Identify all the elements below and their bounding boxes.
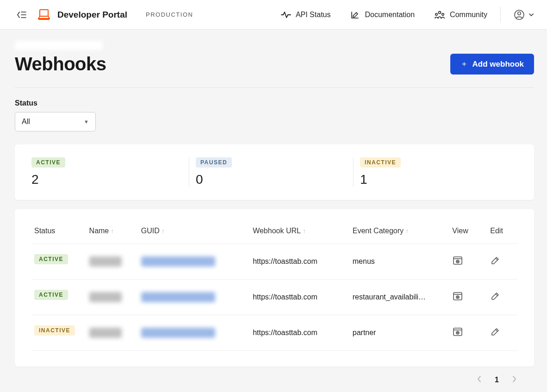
status-badge: INACTIVE [34, 325, 75, 336]
status-filter: Status All ▼ [15, 99, 534, 131]
breadcrumb-redacted [15, 41, 103, 50]
pencil-icon [490, 255, 500, 268]
status-badge: ACTIVE [31, 157, 65, 168]
community-icon [434, 10, 445, 19]
view-icon [452, 255, 463, 268]
laptop-icon [37, 9, 51, 21]
svg-point-5 [439, 11, 441, 13]
col-header-url[interactable]: Webhook URL↑ [250, 218, 350, 244]
nav-community[interactable]: Community [434, 10, 487, 19]
col-header-category[interactable]: Event Category↑ [350, 218, 450, 244]
pencil-icon [490, 291, 500, 303]
svg-line-24 [496, 330, 497, 331]
name-redacted [89, 292, 122, 302]
summary-paused-count: 0 [196, 172, 353, 187]
document-edit-icon [350, 10, 360, 19]
view-icon [452, 327, 463, 339]
svg-point-9 [518, 12, 521, 14]
user-menu[interactable] [514, 9, 534, 20]
name-redacted [89, 328, 122, 338]
status-filter-value: All [22, 118, 30, 126]
view-button[interactable] [452, 255, 463, 268]
summary-card: ACTIVE 2 PAUSED 0 INACTIVE 1 [15, 144, 534, 200]
col-header-guid[interactable]: GUID↑ [138, 218, 250, 244]
status-badge: PAUSED [196, 157, 232, 168]
summary-active-count: 2 [31, 172, 189, 187]
plus-icon: ＋ [460, 59, 468, 69]
table-row: ACTIVE https://toasttab.com menus [31, 244, 517, 280]
svg-point-13 [457, 261, 458, 262]
sort-arrow-icon: ↑ [303, 227, 306, 235]
col-header-view: View [449, 218, 487, 244]
event-category: menus [353, 257, 436, 266]
event-category: partner [353, 329, 436, 337]
caret-down-icon: ▼ [84, 119, 89, 124]
nav-documentation[interactable]: Documentation [350, 10, 415, 19]
chevron-down-icon [528, 13, 534, 17]
top-nav: Developer Portal PRODUCTION API Status D… [0, 0, 547, 30]
edit-button[interactable] [490, 255, 500, 268]
nav-community-label: Community [450, 11, 487, 19]
guid-redacted [141, 328, 215, 338]
svg-point-6 [435, 13, 437, 15]
name-redacted [89, 256, 122, 267]
sort-arrow-icon: ↑ [111, 227, 114, 235]
svg-point-18 [457, 297, 458, 298]
nav-api-status[interactable]: API Status [281, 11, 331, 19]
add-webhook-label: Add webhook [472, 60, 524, 69]
page-content: Webhooks ＋ Add webhook Status All ▼ ACTI… [0, 30, 547, 385]
webhook-url: https://toasttab.com [250, 315, 350, 351]
pagination-current: 1 [495, 376, 499, 384]
status-badge: INACTIVE [360, 157, 401, 168]
chevron-left-icon [476, 375, 482, 383]
status-filter-label: Status [15, 99, 534, 107]
event-category: restaurant_availabili… [353, 293, 436, 301]
svg-point-23 [457, 332, 458, 333]
summary-paused: PAUSED 0 [189, 157, 353, 187]
nav-documentation-label: Documentation [365, 11, 415, 19]
sort-arrow-icon: ↑ [162, 227, 165, 235]
col-header-edit: Edit [487, 218, 517, 244]
col-header-name[interactable]: Name↑ [87, 218, 138, 244]
pagination-prev[interactable] [476, 375, 482, 385]
page-header: Webhooks ＋ Add webhook [15, 54, 534, 88]
menu-toggle-button[interactable] [17, 11, 27, 19]
view-button[interactable] [452, 327, 463, 339]
svg-line-19 [496, 294, 497, 296]
svg-line-14 [496, 258, 497, 260]
table-row: ACTIVE https://toasttab.com restaurant_a… [31, 280, 517, 315]
svg-rect-3 [40, 10, 48, 16]
chevron-right-icon [512, 375, 517, 383]
status-filter-select[interactable]: All ▼ [15, 112, 96, 131]
guid-redacted [141, 256, 215, 267]
status-badge: ACTIVE [34, 290, 68, 300]
nav-api-status-label: API Status [296, 11, 331, 19]
edit-button[interactable] [490, 327, 500, 339]
edit-button[interactable] [490, 291, 500, 303]
logo-block: Developer Portal [37, 9, 127, 21]
svg-point-7 [442, 13, 444, 15]
summary-inactive: INACTIVE 1 [353, 157, 517, 187]
menu-collapse-icon [17, 11, 27, 19]
view-icon [452, 291, 463, 303]
summary-inactive-count: 1 [360, 172, 517, 187]
pagination: 1 [15, 367, 534, 385]
guid-redacted [141, 292, 215, 302]
webhook-url: https://toasttab.com [250, 280, 350, 315]
page-title: Webhooks [15, 54, 106, 75]
status-badge: ACTIVE [34, 254, 68, 264]
pencil-icon [490, 327, 500, 339]
webhook-url: https://toasttab.com [250, 244, 350, 280]
table-row: INACTIVE https://toasttab.com partner [31, 315, 517, 351]
webhooks-table-card: Status Name↑ GUID↑ Webhook URL↑ Event Ca… [15, 209, 534, 367]
pagination-next[interactable] [512, 375, 517, 385]
add-webhook-button[interactable]: ＋ Add webhook [450, 54, 534, 75]
col-header-status[interactable]: Status [31, 218, 87, 244]
nav-links: API Status Documentation [281, 10, 487, 19]
user-avatar-icon [514, 9, 525, 20]
view-button[interactable] [452, 291, 463, 303]
summary-active: ACTIVE 2 [31, 157, 189, 187]
nav-divider [500, 6, 501, 23]
sort-arrow-icon: ↑ [405, 227, 409, 235]
pulse-icon [281, 11, 291, 19]
